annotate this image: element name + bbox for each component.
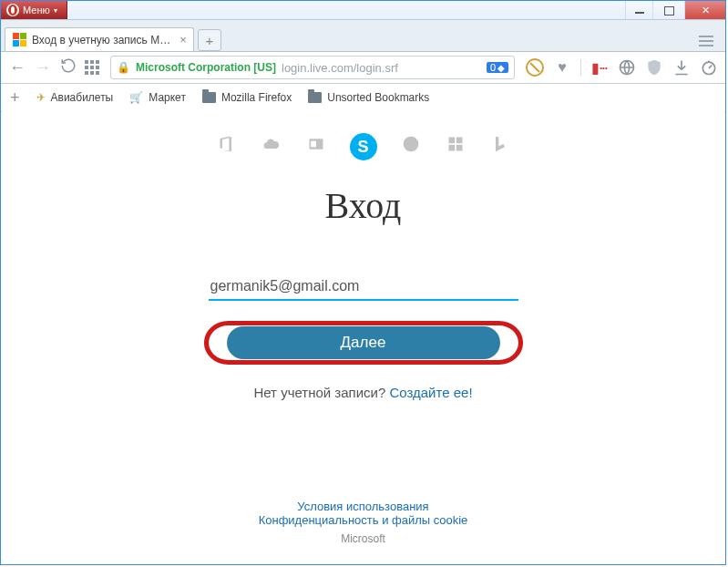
bookmark-label: Маркет [149, 91, 186, 104]
lock-icon: 🔒 [117, 61, 130, 74]
opera-menu-button[interactable]: Меню ▾ [1, 1, 67, 19]
extension-lastpass-icon[interactable]: ▮••• [590, 58, 609, 77]
page-heading: Вход [2, 184, 724, 227]
page-footer: Условия использования Конфиденциальность… [2, 500, 724, 545]
bing-icon[interactable] [489, 133, 511, 155]
turbo-icon[interactable] [700, 58, 718, 77]
tracker-badge-count: 0 [490, 62, 496, 73]
folder-icon [308, 92, 322, 103]
heading-text: Вход [325, 185, 402, 226]
browser-tab-active[interactable]: Вход в учетную запись M… × [5, 27, 194, 51]
window-titlebar: Меню ▾ ✕ [1, 1, 725, 20]
opera-logo-icon [6, 4, 19, 16]
onedrive-icon[interactable] [261, 133, 282, 155]
next-button-label: Далее [341, 334, 386, 352]
site-identity-org: Microsoft Corporation [US] [136, 61, 276, 74]
skype-icon[interactable]: S [350, 133, 377, 160]
tab-title: Вход в учетную запись M… [32, 34, 170, 46]
window-minimize-button[interactable] [625, 1, 652, 19]
next-button[interactable]: Далее [227, 326, 500, 359]
svg-rect-7 [448, 145, 455, 151]
shield-icon: ◆ [497, 63, 505, 73]
outlook-icon[interactable] [305, 133, 327, 155]
opera-menu-label: Меню [23, 5, 50, 15]
bookmark-label: Mozilla Firefox [221, 91, 292, 104]
tracker-badge[interactable]: 0 ◆ [487, 62, 508, 73]
microsoft-services-icons: S [2, 133, 724, 160]
bookmark-aviabilety[interactable]: ✈ Авиабилеты [36, 91, 114, 104]
window-maximize-button[interactable] [652, 1, 684, 19]
extension-shield-icon[interactable] [645, 58, 663, 77]
svg-rect-6 [456, 138, 462, 144]
footer-privacy-link[interactable]: Конфиденциальность и файлы cookie [259, 513, 468, 527]
svg-rect-5 [448, 138, 455, 144]
separator [580, 59, 581, 76]
nav-bar: ← → 🔒 Microsoft Corporation [US] login.l… [1, 52, 725, 84]
email-field[interactable] [209, 277, 522, 295]
window-close-button[interactable]: ✕ [684, 1, 725, 19]
footer-terms-link[interactable]: Условия использования [297, 500, 428, 513]
bookmark-label: Unsorted Bookmarks [327, 91, 429, 104]
block-icon[interactable] [526, 58, 544, 77]
svg-rect-8 [456, 145, 462, 151]
windows-icon[interactable] [445, 133, 467, 155]
nav-reload-button[interactable] [59, 57, 77, 78]
svg-rect-3 [311, 141, 316, 148]
cart-icon: 🛒 [129, 91, 143, 104]
bookmark-add-button[interactable]: + [10, 88, 20, 108]
speed-dial-button[interactable] [85, 60, 103, 75]
microsoft-favicon-icon [13, 33, 26, 46]
svg-point-4 [403, 137, 418, 152]
bookmark-label: Авиабилеты [51, 91, 114, 104]
window-frame: Меню ▾ ✕ Вход в учетную запись M… × + ← … [0, 0, 726, 565]
nav-forward-button[interactable]: → [34, 58, 52, 77]
extension-panel-icon[interactable] [618, 58, 636, 77]
footer-company: Microsoft [2, 532, 724, 545]
chevron-down-icon: ▾ [54, 6, 57, 15]
no-account-text: Нет учетной записи? [253, 385, 385, 400]
bookmark-market[interactable]: 🛒 Маркет [129, 91, 186, 104]
folder-icon [202, 92, 216, 103]
bookmark-mozilla[interactable]: Mozilla Firefox [202, 91, 292, 104]
email-field-wrap [209, 277, 518, 301]
downloads-icon[interactable] [672, 58, 691, 77]
favorite-heart-icon[interactable]: ♥ [553, 58, 571, 77]
plane-icon: ✈ [36, 91, 46, 104]
bookmark-unsorted[interactable]: Unsorted Bookmarks [308, 91, 429, 104]
page-content: S Вход Далее Нет учетной записи? Создайт… [2, 108, 724, 563]
nav-back-button[interactable]: ← [8, 58, 26, 77]
browser-menu-button[interactable] [694, 31, 722, 51]
login-form: Далее Нет учетной записи? Создайте ее! [209, 277, 518, 400]
office-icon[interactable] [216, 133, 238, 155]
create-account-link[interactable]: Создайте ее! [389, 385, 472, 400]
xbox-icon[interactable] [400, 133, 422, 155]
tab-strip: Вход в учетную запись M… × + [1, 20, 725, 52]
tab-close-button[interactable]: × [179, 33, 187, 46]
address-url: login.live.com/login.srf [282, 61, 481, 75]
new-tab-button[interactable]: + [198, 29, 221, 51]
no-account-row: Нет учетной записи? Создайте ее! [209, 385, 518, 400]
address-bar[interactable]: 🔒 Microsoft Corporation [US] login.live.… [110, 56, 515, 79]
